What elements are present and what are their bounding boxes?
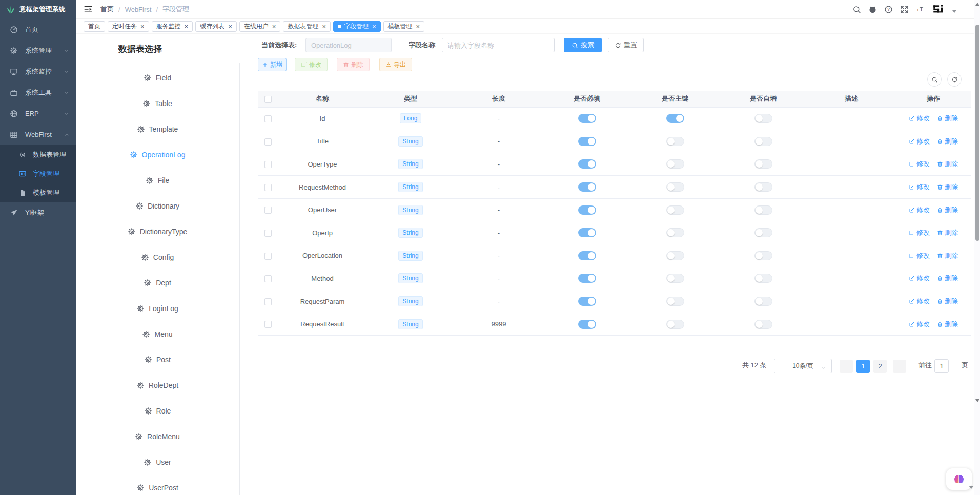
prev-page-button[interactable] (840, 360, 853, 373)
tree-item-Dictionary[interactable]: Dictionary (135, 199, 179, 213)
close-icon[interactable]: × (416, 23, 420, 30)
row-checkbox[interactable] (264, 115, 272, 122)
row-checkbox[interactable] (264, 161, 272, 168)
row-checkbox[interactable] (264, 138, 272, 146)
reset-button[interactable]: 重置 (608, 38, 644, 52)
row-checkbox[interactable] (264, 230, 272, 237)
edit-button[interactable]: 修改 (295, 58, 328, 71)
sidebar-item-数据表管理[interactable]: 数据表管理 (0, 145, 76, 164)
required-toggle[interactable] (578, 320, 596, 329)
primary-key-toggle[interactable] (666, 274, 684, 283)
tree-item-Template[interactable]: Template (137, 122, 178, 136)
tab-首页[interactable]: 首页 (84, 21, 105, 32)
table-search-toggle-button[interactable] (927, 72, 942, 87)
next-page-button[interactable] (893, 360, 906, 373)
user-menu-caret-icon[interactable] (952, 10, 956, 13)
auto-increment-toggle[interactable] (754, 114, 772, 123)
assistant-float-button[interactable] (946, 468, 972, 490)
sidebar-item-系统管理[interactable]: 系统管理 (0, 40, 76, 61)
row-edit-link[interactable]: 修改 (909, 251, 930, 260)
fullscreen-icon[interactable] (900, 5, 909, 14)
tree-item-RoleMenu[interactable]: RoleMenu (135, 430, 180, 443)
required-toggle[interactable] (578, 297, 596, 306)
tree-item-User[interactable]: User (144, 456, 171, 469)
search-button[interactable]: 搜索 (564, 38, 602, 52)
scrollbar[interactable] (974, 0, 980, 495)
auto-increment-toggle[interactable] (754, 159, 772, 169)
tree-item-UserPost[interactable]: UserPost (136, 481, 178, 494)
field-name-input[interactable] (442, 38, 555, 52)
delete-button[interactable]: 删除 (337, 58, 370, 71)
breadcrumb-item-字段管理[interactable]: 字段管理 (162, 5, 189, 14)
tree-item-Dept[interactable]: Dept (144, 276, 171, 290)
sidebar-item-首页[interactable]: 首页 (0, 19, 76, 40)
user-avatar[interactable] (932, 3, 945, 16)
sidebar-item-字段管理[interactable]: 字段管理 (0, 164, 76, 183)
tree-item-Table[interactable]: Table (142, 97, 172, 110)
goto-page-input[interactable] (934, 359, 949, 373)
primary-key-toggle[interactable] (666, 114, 684, 123)
help-icon[interactable] (884, 5, 893, 14)
close-icon[interactable]: × (228, 23, 232, 30)
row-delete-link[interactable]: 删除 (937, 251, 958, 260)
tab-字段管理[interactable]: 字段管理× (333, 21, 381, 32)
scroll-up-arrow[interactable] (975, 3, 979, 6)
required-toggle[interactable] (578, 228, 596, 237)
sidebar-item-WebFirst[interactable]: WebFirst (0, 124, 76, 145)
scrollbar-thumb[interactable] (975, 25, 979, 241)
page-button-1[interactable]: 1 (856, 360, 870, 373)
primary-key-toggle[interactable] (666, 297, 684, 306)
row-edit-link[interactable]: 修改 (909, 297, 930, 306)
page-size-select[interactable]: 10条/页 (774, 359, 832, 373)
row-delete-link[interactable]: 删除 (937, 274, 958, 283)
row-edit-link[interactable]: 修改 (909, 320, 930, 329)
tree-item-Role[interactable]: Role (144, 404, 171, 418)
primary-key-toggle[interactable] (666, 159, 684, 169)
row-checkbox[interactable] (264, 321, 272, 328)
tree-item-DictionaryType[interactable]: DictionaryType (128, 225, 188, 238)
row-delete-link[interactable]: 删除 (937, 182, 958, 192)
font-size-icon[interactable] (916, 5, 925, 14)
export-button[interactable]: 导出 (379, 58, 412, 71)
auto-increment-toggle[interactable] (754, 297, 772, 306)
tree-item-File[interactable]: File (146, 174, 170, 187)
breadcrumb-item-WebFirst[interactable]: WebFirst (125, 6, 152, 13)
auto-increment-toggle[interactable] (754, 228, 772, 237)
page-button-2[interactable]: 2 (873, 360, 887, 373)
tree-item-RoleDept[interactable]: RoleDept (136, 379, 178, 392)
row-delete-link[interactable]: 删除 (937, 297, 958, 306)
tab-服务监控[interactable]: 服务监控× (152, 21, 193, 32)
tab-定时任务[interactable]: 定时任务× (108, 21, 149, 32)
row-delete-link[interactable]: 删除 (937, 320, 958, 329)
row-checkbox[interactable] (264, 275, 272, 282)
row-checkbox[interactable] (264, 298, 272, 305)
tree-item-Menu[interactable]: Menu (142, 327, 172, 341)
primary-key-toggle[interactable] (666, 228, 684, 237)
auto-increment-toggle[interactable] (754, 205, 772, 215)
sidebar-item-模板管理[interactable]: 模板管理 (0, 183, 76, 202)
tab-数据表管理[interactable]: 数据表管理× (283, 21, 331, 32)
tree-item-Field[interactable]: Field (144, 71, 171, 85)
row-delete-link[interactable]: 删除 (937, 137, 958, 146)
breadcrumb-item-首页[interactable]: 首页 (100, 5, 114, 14)
primary-key-toggle[interactable] (666, 320, 684, 329)
auto-increment-toggle[interactable] (754, 182, 772, 192)
assistant-caret-icon[interactable] (969, 486, 974, 489)
tree-item-Config[interactable]: Config (141, 251, 174, 264)
row-edit-link[interactable]: 修改 (909, 114, 930, 123)
tab-模板管理[interactable]: 模板管理× (383, 21, 425, 32)
sidebar-item-系统监控[interactable]: 系统监控 (0, 61, 76, 82)
required-toggle[interactable] (578, 159, 596, 169)
close-icon[interactable]: × (140, 23, 145, 30)
search-icon[interactable] (852, 5, 861, 14)
tree-item-Post[interactable]: Post (144, 353, 171, 366)
github-icon[interactable] (868, 5, 877, 14)
close-icon[interactable]: × (185, 23, 189, 30)
row-edit-link[interactable]: 修改 (909, 182, 930, 192)
close-icon[interactable]: × (272, 23, 276, 30)
scroll-down-arrow[interactable] (975, 399, 979, 402)
close-icon[interactable]: × (322, 23, 326, 30)
sidebar-item-ERP[interactable]: ERP (0, 103, 76, 124)
row-checkbox[interactable] (264, 253, 272, 260)
row-delete-link[interactable]: 删除 (937, 228, 958, 237)
